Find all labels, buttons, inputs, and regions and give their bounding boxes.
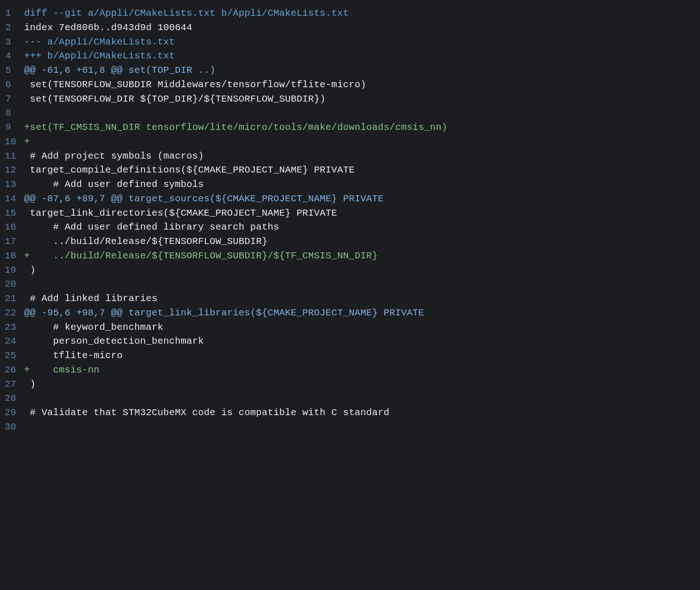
line-content: --- a/Appli/CMakeLists.txt: [24, 35, 695, 50]
line-content: # Add linked libraries: [24, 292, 695, 306]
line-number: 18: [5, 249, 24, 263]
code-line: 10 +: [5, 135, 695, 149]
line-content: + ../build/Release/${TENSORFLOW_SUBDIR}/…: [24, 249, 695, 263]
line-number: 30: [5, 420, 24, 435]
line-content: +++ b/Appli/CMakeLists.txt: [24, 49, 695, 64]
line-number: 11: [5, 149, 24, 164]
line-content: +: [24, 135, 695, 149]
line-content: # Add user defined library search paths: [24, 220, 695, 235]
line-content: @@ -61,6 +61,8 @@ set(TOP_DIR ..): [24, 64, 695, 78]
line-content: [24, 391, 695, 406]
line-content: set(TENSORFLOW_SUBDIR Middlewares/tensor…: [24, 78, 695, 92]
line-number: 26: [5, 363, 24, 378]
line-content: target_compile_definitions(${CMAKE_PROJE…: [24, 163, 695, 178]
line-content: ../build/Release/${TENSORFLOW_SUBDIR}: [24, 235, 695, 249]
code-line: 29 # Validate that STM32CubeMX code is c…: [5, 406, 695, 420]
line-number: 12: [5, 163, 24, 178]
code-line: 1 diff --git a/Appli/CMakeLists.txt b/Ap…: [5, 6, 695, 21]
line-content: + cmsis-nn: [24, 363, 695, 378]
line-number: 19: [5, 263, 24, 278]
code-line: 26 + cmsis-nn: [5, 363, 695, 378]
line-content: # Add user defined symbols: [24, 178, 695, 192]
line-content: index 7ed806b..d943d9d 100644: [24, 21, 695, 35]
code-line: 25 tflite-micro: [5, 349, 695, 363]
code-line: 30: [5, 420, 695, 435]
line-content: # keyword_benchmark: [24, 321, 695, 335]
line-number: 17: [5, 235, 24, 249]
line-content: ): [24, 263, 695, 278]
code-line: 19 ): [5, 263, 695, 278]
line-number: 2: [5, 21, 24, 35]
code-line: 21 # Add linked libraries: [5, 292, 695, 306]
code-line: 24 person_detection_benchmark: [5, 334, 695, 349]
code-line: 12 target_compile_definitions(${CMAKE_PR…: [5, 163, 695, 178]
code-line: 9 +set(TF_CMSIS_NN_DIR tensorflow/lite/m…: [5, 121, 695, 135]
line-number: 10: [5, 135, 24, 149]
code-line: 22 @@ -95,6 +98,7 @@ target_link_librari…: [5, 306, 695, 321]
line-number: 14: [5, 192, 24, 206]
line-number: 3: [5, 35, 24, 50]
code-editor: 1 diff --git a/Appli/CMakeLists.txt b/Ap…: [5, 6, 695, 435]
line-number: 24: [5, 334, 24, 349]
line-content: [24, 420, 695, 435]
code-line: 3 --- a/Appli/CMakeLists.txt: [5, 35, 695, 50]
line-content: ): [24, 378, 695, 392]
line-content: target_link_directories(${CMAKE_PROJECT_…: [24, 206, 695, 221]
code-line: 4 +++ b/Appli/CMakeLists.txt: [5, 49, 695, 64]
line-number: 1: [5, 6, 24, 21]
code-line: 5 @@ -61,6 +61,8 @@ set(TOP_DIR ..): [5, 64, 695, 78]
line-content: # Validate that STM32CubeMX code is comp…: [24, 406, 695, 420]
code-line: 17 ../build/Release/${TENSORFLOW_SUBDIR}: [5, 235, 695, 249]
line-number: 5: [5, 64, 24, 78]
line-content: [24, 277, 695, 292]
code-line: 23 # keyword_benchmark: [5, 321, 695, 335]
line-content: +set(TF_CMSIS_NN_DIR tensorflow/lite/mic…: [24, 121, 695, 135]
code-line: 11 # Add project symbols (macros): [5, 149, 695, 164]
code-line: 8: [5, 106, 695, 121]
line-number: 16: [5, 220, 24, 235]
code-line: 28: [5, 391, 695, 406]
line-content: diff --git a/Appli/CMakeLists.txt b/Appl…: [24, 6, 695, 21]
line-content: @@ -87,6 +89,7 @@ target_sources(${CMAKE…: [24, 192, 695, 206]
line-number: 28: [5, 391, 24, 406]
code-line: 15 target_link_directories(${CMAKE_PROJE…: [5, 206, 695, 221]
line-content: tflite-micro: [24, 349, 695, 363]
line-content: [24, 106, 695, 121]
line-number: 7: [5, 92, 24, 107]
code-line: 14 @@ -87,6 +89,7 @@ target_sources(${CM…: [5, 192, 695, 206]
line-number: 13: [5, 178, 24, 192]
code-line: 2 index 7ed806b..d943d9d 100644: [5, 21, 695, 35]
line-number: 9: [5, 121, 24, 135]
code-line: 18 + ../build/Release/${TENSORFLOW_SUBDI…: [5, 249, 695, 263]
code-line: 16 # Add user defined library search pat…: [5, 220, 695, 235]
line-content: set(TENSORFLOW_DIR ${TOP_DIR}/${TENSORFL…: [24, 92, 695, 107]
line-number: 15: [5, 206, 24, 221]
line-number: 29: [5, 406, 24, 420]
code-line: 27 ): [5, 378, 695, 392]
line-number: 22: [5, 306, 24, 321]
code-line: 7 set(TENSORFLOW_DIR ${TOP_DIR}/${TENSOR…: [5, 92, 695, 107]
line-number: 23: [5, 321, 24, 335]
line-content: person_detection_benchmark: [24, 334, 695, 349]
line-number: 8: [5, 106, 24, 121]
code-line: 6 set(TENSORFLOW_SUBDIR Middlewares/tens…: [5, 78, 695, 92]
line-content: # Add project symbols (macros): [24, 149, 695, 164]
line-number: 20: [5, 277, 24, 292]
line-number: 21: [5, 292, 24, 306]
line-content: @@ -95,6 +98,7 @@ target_link_libraries(…: [24, 306, 695, 321]
line-number: 25: [5, 349, 24, 363]
code-line: 13 # Add user defined symbols: [5, 178, 695, 192]
line-number: 6: [5, 78, 24, 92]
line-number: 4: [5, 49, 24, 64]
code-line: 20: [5, 277, 695, 292]
line-number: 27: [5, 378, 24, 392]
